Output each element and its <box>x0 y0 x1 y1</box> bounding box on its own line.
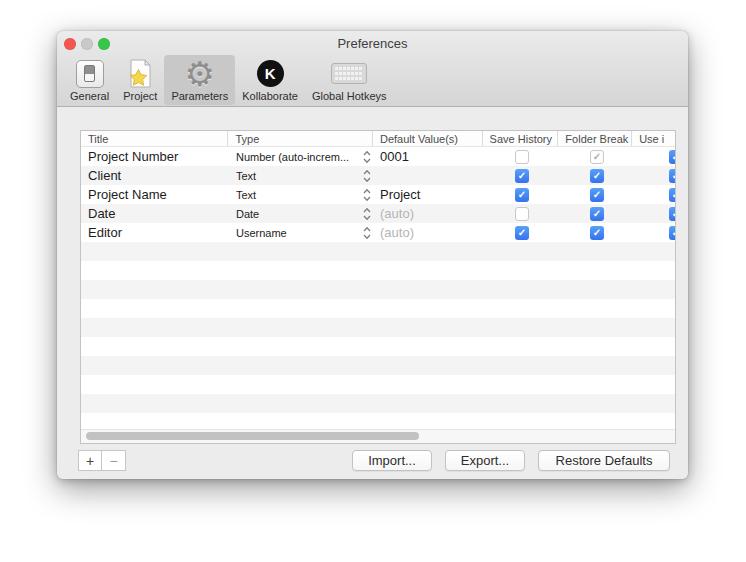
parameters-table: Title Type Default Value(s) Save History… <box>80 130 676 444</box>
table-row[interactable]: Editor Username (auto) <box>81 223 676 242</box>
parameter-type-cell[interactable]: Text <box>229 169 374 183</box>
save-history-cell <box>484 169 560 183</box>
empty-row <box>81 299 676 318</box>
folder-break-checkbox[interactable] <box>590 169 604 183</box>
tab-label: Parameters <box>171 90 228 102</box>
column-header-title: Title <box>81 131 228 146</box>
horizontal-scrollbar[interactable] <box>81 429 675 443</box>
restore-defaults-button[interactable]: Restore Defaults <box>538 450 670 471</box>
table-row[interactable]: Client Text <box>81 166 676 185</box>
save-history-cell <box>484 150 560 164</box>
kollaborate-icon: K <box>257 58 284 89</box>
save-history-checkbox[interactable] <box>515 169 529 183</box>
use-in-cell <box>634 150 676 164</box>
empty-row <box>81 394 676 413</box>
table-row[interactable]: Project Name Text Project <box>81 185 676 204</box>
folder-break-cell <box>560 207 634 221</box>
empty-row <box>81 356 676 375</box>
switch-icon <box>76 58 104 89</box>
column-header-default-values: Default Value(s) <box>373 131 483 146</box>
default-value-cell[interactable]: (auto) <box>374 206 484 221</box>
save-history-checkbox[interactable] <box>515 188 529 202</box>
column-header-folder-break: Folder Break <box>558 131 632 146</box>
parameter-type-label: Date <box>236 208 259 220</box>
use-in-checkbox[interactable] <box>669 207 676 221</box>
save-history-checkbox[interactable] <box>515 207 529 221</box>
parameter-type-cell[interactable]: Number (auto-increm... <box>229 150 374 164</box>
save-history-checkbox[interactable] <box>515 150 529 164</box>
tab-kollaborate[interactable]: K Kollaborate <box>235 55 305 105</box>
tab-label: Global Hotkeys <box>312 90 387 102</box>
parameter-title-cell[interactable]: Project Name <box>81 187 229 202</box>
save-history-cell <box>484 188 560 202</box>
table-row[interactable]: Project Number Number (auto-increm... 00… <box>81 147 676 166</box>
empty-row <box>81 261 676 280</box>
use-in-cell <box>634 188 676 202</box>
empty-row <box>81 280 676 299</box>
column-header-save-history: Save History <box>483 131 559 146</box>
use-in-checkbox[interactable] <box>669 169 676 183</box>
use-in-cell <box>634 207 676 221</box>
type-stepper-icon[interactable] <box>363 207 371 221</box>
folder-break-cell <box>560 150 634 164</box>
folder-break-checkbox[interactable] <box>590 150 604 164</box>
window-title: Preferences <box>57 31 688 55</box>
default-value-cell[interactable]: Project <box>374 187 484 202</box>
tab-global-hotkeys[interactable]: Global Hotkeys <box>305 55 394 105</box>
toolbar-tabs: General Project ⚙ Parameters <box>63 55 394 107</box>
parameter-type-label: Number (auto-increm... <box>236 151 349 163</box>
table-header: Title Type Default Value(s) Save History… <box>81 131 675 147</box>
scrollbar-thumb[interactable] <box>86 432 419 440</box>
parameter-type-label: Text <box>236 189 256 201</box>
import-button[interactable]: Import... <box>352 450 432 471</box>
parameter-title-cell[interactable]: Date <box>81 206 229 221</box>
table-body: Project Number Number (auto-increm... 00… <box>81 147 675 432</box>
type-stepper-icon[interactable] <box>363 150 371 164</box>
folder-break-checkbox[interactable] <box>590 188 604 202</box>
star-document-icon <box>126 58 154 89</box>
keyboard-icon <box>331 58 367 89</box>
default-value-cell[interactable]: 0001 <box>374 149 484 164</box>
type-stepper-icon[interactable] <box>363 169 371 183</box>
tab-label: General <box>70 90 109 102</box>
parameter-type-cell[interactable]: Date <box>229 207 374 221</box>
column-header-type: Type <box>228 131 373 146</box>
tab-project[interactable]: Project <box>116 55 164 105</box>
empty-row <box>81 375 676 394</box>
use-in-checkbox[interactable] <box>669 188 676 202</box>
empty-row <box>81 318 676 337</box>
folder-break-checkbox[interactable] <box>590 226 604 240</box>
add-parameter-button[interactable]: + <box>78 450 102 471</box>
type-stepper-icon[interactable] <box>363 226 371 240</box>
column-header-use-in: Use i <box>632 131 675 146</box>
titlebar[interactable]: Preferences <box>57 31 688 55</box>
parameter-title-cell[interactable]: Client <box>81 168 229 183</box>
save-history-cell <box>484 207 560 221</box>
folder-break-checkbox[interactable] <box>590 207 604 221</box>
tab-general[interactable]: General <box>63 55 116 105</box>
tab-parameters[interactable]: ⚙ Parameters <box>164 55 235 105</box>
tab-label: Kollaborate <box>242 90 298 102</box>
add-remove-control: + − <box>78 450 126 471</box>
parameters-pane: Title Type Default Value(s) Save History… <box>57 108 688 479</box>
remove-parameter-button[interactable]: − <box>102 450 126 471</box>
empty-row <box>81 337 676 356</box>
folder-break-cell <box>560 226 634 240</box>
folder-break-cell <box>560 188 634 202</box>
parameter-type-cell[interactable]: Username <box>229 226 374 240</box>
save-history-checkbox[interactable] <box>515 226 529 240</box>
type-stepper-icon[interactable] <box>363 188 371 202</box>
parameter-title-cell[interactable]: Project Number <box>81 149 229 164</box>
use-in-checkbox[interactable] <box>669 150 676 164</box>
parameter-title-cell[interactable]: Editor <box>81 225 229 240</box>
table-row[interactable]: Date Date (auto) <box>81 204 676 223</box>
default-value-cell[interactable]: (auto) <box>374 225 484 240</box>
tab-label: Project <box>123 90 157 102</box>
use-in-cell <box>634 169 676 183</box>
use-in-checkbox[interactable] <box>669 226 676 240</box>
parameter-type-cell[interactable]: Text <box>229 188 374 202</box>
folder-break-cell <box>560 169 634 183</box>
preferences-window: Preferences General <box>57 31 688 479</box>
gear-icon: ⚙ <box>185 58 215 89</box>
export-button[interactable]: Export... <box>445 450 525 471</box>
